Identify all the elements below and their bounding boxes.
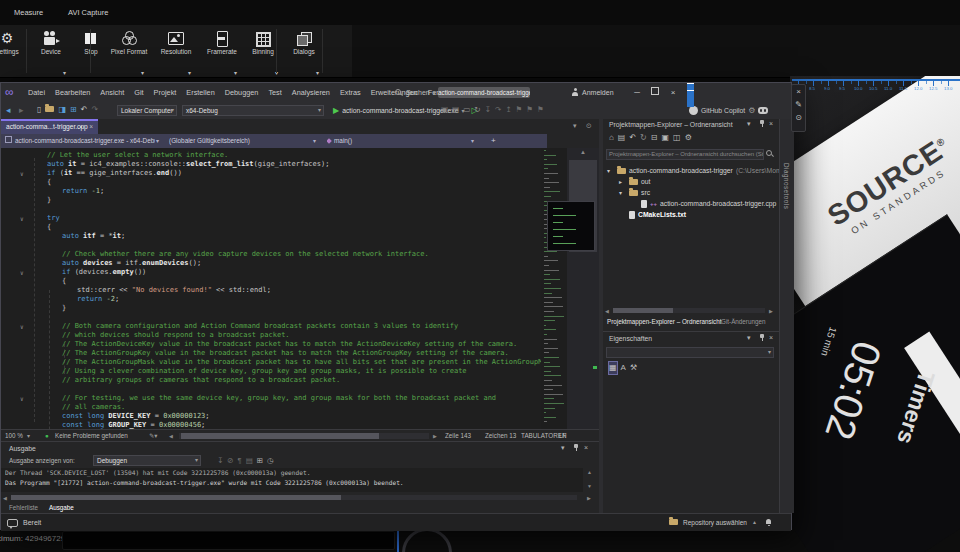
code-line[interactable]: return -1; (62, 187, 104, 196)
code-line[interactable]: // Using a clever combination of device … (62, 367, 467, 376)
tree-item[interactable]: ▾action-command-broadcast-trigger(C:\Use… (607, 165, 794, 176)
code-line[interactable]: // arbitrary groups of cameras that resp… (62, 376, 340, 385)
step-out-icon[interactable]: ↥ (505, 104, 511, 116)
code-line[interactable]: return -2; (77, 295, 119, 304)
target-icon[interactable]: ⊙ (795, 113, 802, 123)
scroll-up-icon[interactable]: ▲ (587, 469, 592, 475)
code-line[interactable]: // Check whether there are any video cap… (62, 250, 429, 259)
code-line[interactable]: } (62, 304, 66, 313)
scrollbar-thumb[interactable] (181, 433, 379, 439)
notifications-bell-icon[interactable] (765, 518, 772, 526)
chevron-expanded-icon[interactable]: ▾ (619, 189, 626, 196)
undo-icon[interactable]: ↶ (629, 132, 636, 144)
refresh-icon[interactable]: ↻ (640, 132, 647, 144)
search-input[interactable]: action-command-broadcast-trigger (438, 87, 530, 98)
pin-icon[interactable] (573, 444, 579, 452)
code-line[interactable]: // Both camera configuration and Action … (62, 322, 458, 331)
settings-icon[interactable]: ⚙ (685, 132, 692, 144)
tree-item[interactable]: ▸out (619, 176, 650, 187)
code-line[interactable]: // all cameras. (62, 403, 125, 412)
alphabetical-icon[interactable]: A (621, 362, 626, 374)
menu-ansicht[interactable]: Ansicht (95, 83, 129, 102)
code-line[interactable]: // The ActionGroupKey value in the broad… (62, 349, 509, 358)
navigate-forward-icon[interactable]: ▸ (19, 105, 24, 116)
resolution-button[interactable]: Resolution▾ (153, 30, 199, 76)
scroll-left-icon[interactable]: ◀ (605, 308, 609, 314)
chevron-down-icon[interactable]: ▾ (747, 120, 751, 128)
collapse-all-icon[interactable]: ⊟ (651, 132, 658, 144)
close-icon[interactable]: × (796, 87, 801, 97)
side-tab-diagnostics[interactable]: Diagnosetools (779, 119, 794, 513)
property-pages-icon[interactable]: ⚒ (630, 362, 637, 374)
editor-tab-active[interactable]: action-comma...t-trigger.cpp • × (1, 119, 98, 134)
close-icon[interactable]: × (769, 120, 773, 127)
scroll-up-icon[interactable]: ▲ (567, 149, 599, 155)
fold-marker-icon[interactable]: ∨ (20, 214, 24, 223)
dialogs-button[interactable]: Dialogs▾ (281, 30, 327, 76)
tab-solution-explorer[interactable]: Projektmappen-Explorer – Ordneransicht (607, 318, 721, 325)
new-file-icon[interactable]: ▯ (37, 104, 41, 116)
save-icon[interactable]: ◨ (58, 104, 66, 116)
maximize-button[interactable] (647, 83, 663, 102)
menu-analysieren[interactable]: Analysieren (287, 83, 335, 102)
code-line[interactable]: const long GROUP_KEY = 0x00000456; (62, 421, 205, 429)
value-box[interactable] (62, 531, 395, 550)
feedback-icon[interactable] (7, 519, 18, 527)
editor-minimap[interactable] (541, 148, 567, 429)
code-line[interactable]: const long DEVICE_KEY = 0x00000123; (62, 412, 210, 421)
code-line[interactable]: // The ActionDeviceKey value in the broa… (62, 340, 517, 349)
code-line[interactable]: auto it = ic4_examples::console::select_… (47, 160, 329, 169)
scroll-left-icon[interactable]: ◀ (169, 433, 173, 439)
output-source-dropdown[interactable]: Debuggen▾ (93, 455, 201, 466)
breadcrumb-scope[interactable]: (Globaler Gültigkeitsbereich) (169, 134, 309, 148)
breadcrumb-member[interactable]: main() (327, 134, 467, 148)
eol-indicator[interactable]: LF (559, 432, 566, 439)
windows-icon[interactable]: ▤ (452, 104, 459, 116)
history-icon[interactable]: ◷ (267, 455, 274, 467)
refresh-icon[interactable]: ↻ (474, 104, 480, 116)
bookmark-list-icon[interactable]: ⚑ (537, 104, 544, 116)
jump-to-end-icon[interactable]: ↧ (217, 455, 223, 467)
add-icon[interactable]: + (491, 136, 496, 145)
close-tab-icon[interactable]: × (89, 121, 93, 133)
tree-item[interactable]: ++action-command-broadcast-trigger.cpp (631, 198, 776, 209)
word-wrap-icon[interactable]: ¶ (238, 455, 242, 467)
show-all-files-icon[interactable]: ▣ (662, 132, 670, 144)
chevron-collapsed-icon[interactable]: ▸ (619, 178, 626, 185)
horizontal-scrollbar[interactable] (179, 433, 429, 439)
step-into-icon[interactable]: ↧ (485, 104, 491, 116)
tree-item[interactable]: ▾src (619, 187, 650, 198)
pencil-icon[interactable]: ✎ (795, 100, 802, 110)
code-line[interactable]: auto devices = itf.enumDevices(); (62, 259, 201, 268)
breakpoints-icon[interactable]: ▣ (441, 104, 448, 116)
tab-options-icon[interactable]: ⊙ (586, 122, 592, 130)
chevron-down-icon[interactable]: ▾ (747, 334, 751, 342)
output-text-area[interactable]: Der Thread 'SCK.DEVICE_LOST' (13504) hat… (1, 468, 583, 492)
code-line[interactable]: // The ActionGroupMask value in the broa… (62, 358, 541, 367)
problems-status[interactable]: Keine Probleme gefunden (55, 432, 128, 439)
menu-erstellen[interactable]: Erstellen (181, 83, 219, 102)
menu-projekt[interactable]: Projekt (149, 83, 182, 102)
code-line[interactable]: try (47, 214, 60, 223)
zoom-level[interactable]: 100 % (5, 432, 23, 439)
scroll-right-icon[interactable]: ▶ (769, 308, 773, 314)
step-over-icon[interactable]: ↷ (495, 104, 501, 116)
menu-test[interactable]: Test (263, 83, 286, 102)
scroll-left-icon[interactable]: ◀ (3, 495, 7, 501)
tab-git-changes[interactable]: Git-Änderungen (721, 318, 765, 325)
scroll-right-icon[interactable]: ▶ (433, 433, 437, 439)
code-line[interactable]: // For testing, we use the same device k… (62, 394, 496, 403)
undo-icon[interactable]: ↶ (81, 104, 88, 116)
home-icon[interactable]: ⌂ (609, 132, 614, 144)
menu-extras[interactable]: Extras (335, 83, 366, 102)
redo-icon[interactable]: ↷ (91, 104, 98, 116)
code-line[interactable]: // which devices should respond to a bro… (62, 331, 290, 340)
line-indicator[interactable]: Zeile 143 (445, 432, 471, 439)
tab-measure[interactable]: Measure (14, 8, 43, 17)
scroll-right-icon[interactable]: ▶ (587, 495, 591, 501)
chevron-down-icon[interactable]: ▾ (561, 444, 565, 452)
close-icon[interactable]: × (584, 444, 588, 451)
bookmark-previous-icon[interactable]: ⚑ (515, 104, 522, 116)
toggle-icon[interactable]: ▤ (246, 455, 253, 467)
output-horizontal-scrollbar[interactable] (11, 495, 577, 500)
